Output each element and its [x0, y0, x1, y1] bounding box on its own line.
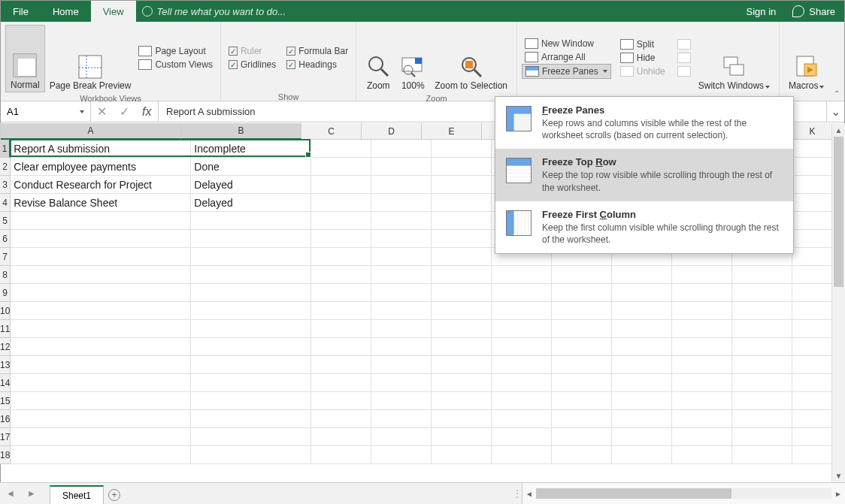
cell-H8[interactable] [612, 266, 672, 284]
arrange-all-button[interactable]: Arrange All [522, 50, 611, 64]
cell-J17[interactable] [732, 428, 792, 446]
page-break-preview-button[interactable]: Page Break Preview [45, 25, 136, 92]
row-header-13[interactable]: 13 [0, 356, 11, 374]
cell-B2[interactable]: Done [191, 158, 311, 176]
page-layout-button[interactable]: Page Layout [135, 44, 215, 58]
cell-E8[interactable] [432, 266, 492, 284]
cell-E12[interactable] [432, 338, 492, 356]
cell-D17[interactable] [371, 428, 432, 446]
cell-H17[interactable] [612, 428, 672, 446]
cell-B17[interactable] [191, 428, 311, 446]
cell-A15[interactable] [11, 392, 191, 410]
cell-H15[interactable] [612, 392, 672, 410]
cell-J16[interactable] [732, 410, 792, 428]
zoom-button[interactable]: Zoom [361, 25, 395, 92]
column-header-C[interactable]: C [301, 123, 362, 140]
new-window-button[interactable]: New Window [522, 37, 611, 50]
cell-B10[interactable] [191, 302, 311, 320]
formula-bar-checkbox[interactable]: ✓Formula Bar [283, 44, 351, 58]
column-header-E[interactable]: E [422, 123, 482, 140]
cell-J10[interactable] [732, 302, 792, 320]
cell-D9[interactable] [371, 284, 432, 302]
cell-B8[interactable] [191, 266, 311, 284]
cell-K9[interactable] [792, 284, 831, 302]
cell-C18[interactable] [311, 446, 371, 464]
cell-J13[interactable] [732, 356, 792, 374]
cell-D13[interactable] [371, 356, 432, 374]
freeze-option-1[interactable]: Freeze Top RowKeep the top row visible w… [495, 149, 793, 201]
freeze-panes-button[interactable]: Freeze Panes [522, 64, 611, 79]
freeze-option-0[interactable]: Freeze PanesKeep rows and columns visibl… [495, 97, 793, 149]
row-header-12[interactable]: 12 [0, 338, 11, 356]
cell-B13[interactable] [191, 356, 311, 374]
scroll-left-button[interactable]: ◄ [522, 490, 536, 498]
cell-I12[interactable] [672, 338, 732, 356]
cell-I13[interactable] [672, 356, 732, 374]
row-header-3[interactable]: 3 [0, 176, 11, 194]
cell-F16[interactable] [492, 410, 552, 428]
cell-I11[interactable] [672, 320, 732, 338]
cell-D14[interactable] [371, 374, 432, 392]
horizontal-scrollbar[interactable]: ◄ ► [522, 483, 845, 504]
row-header-6[interactable]: 6 [0, 230, 11, 248]
cell-D2[interactable] [371, 158, 432, 176]
cell-G16[interactable] [552, 410, 612, 428]
tab-home[interactable]: Home [41, 1, 91, 22]
cell-J8[interactable] [732, 266, 792, 284]
cell-H16[interactable] [612, 410, 672, 428]
cell-C3[interactable] [311, 176, 371, 194]
cell-J14[interactable] [732, 374, 792, 392]
row-header-18[interactable]: 18 [0, 446, 11, 464]
scroll-thumb[interactable] [834, 137, 843, 287]
cell-E18[interactable] [432, 446, 492, 464]
cell-A2[interactable]: Clear employee payments [11, 158, 191, 176]
cell-F10[interactable] [492, 302, 552, 320]
cell-G8[interactable] [552, 266, 612, 284]
cell-C6[interactable] [311, 230, 371, 248]
cell-A4[interactable]: Revise Balance Sheet [11, 194, 191, 212]
headings-checkbox[interactable]: ✓Headings [283, 58, 351, 71]
cell-D4[interactable] [371, 194, 432, 212]
cell-J18[interactable] [732, 446, 792, 464]
zoom-100-button[interactable]: 100% [395, 25, 430, 92]
cell-K10[interactable] [792, 302, 831, 320]
cell-A6[interactable] [11, 230, 191, 248]
collapse-ribbon-button[interactable]: ⌃ [834, 89, 840, 98]
custom-views-button[interactable]: Custom Views [135, 58, 215, 71]
cell-F8[interactable] [492, 266, 552, 284]
cell-H9[interactable] [612, 284, 672, 302]
cell-F14[interactable] [492, 374, 552, 392]
new-sheet-button[interactable]: + [104, 485, 125, 504]
cell-F9[interactable] [492, 284, 552, 302]
cell-E6[interactable] [432, 230, 492, 248]
tab-scroll-handle[interactable]: ⋮ [513, 483, 522, 504]
row-header-15[interactable]: 15 [0, 392, 11, 410]
cell-E10[interactable] [432, 302, 492, 320]
cell-A13[interactable] [11, 356, 191, 374]
cell-A9[interactable] [11, 284, 191, 302]
cell-C11[interactable] [311, 320, 371, 338]
cell-A16[interactable] [11, 410, 191, 428]
cell-D8[interactable] [371, 266, 432, 284]
cell-B9[interactable] [191, 284, 311, 302]
cell-F17[interactable] [492, 428, 552, 446]
cell-K15[interactable] [792, 392, 831, 410]
cell-D10[interactable] [371, 302, 432, 320]
cell-C13[interactable] [311, 356, 371, 374]
cell-B6[interactable] [191, 230, 311, 248]
cell-G15[interactable] [552, 392, 612, 410]
cell-J15[interactable] [732, 392, 792, 410]
cell-H14[interactable] [612, 374, 672, 392]
cell-A5[interactable] [11, 212, 191, 230]
cell-G17[interactable] [552, 428, 612, 446]
cell-G13[interactable] [552, 356, 612, 374]
cell-D5[interactable] [371, 212, 432, 230]
cell-C17[interactable] [311, 428, 371, 446]
cell-G9[interactable] [552, 284, 612, 302]
cell-K4[interactable] [792, 194, 831, 212]
cell-C8[interactable] [311, 266, 371, 284]
cell-D6[interactable] [371, 230, 432, 248]
cell-K16[interactable] [792, 410, 831, 428]
cell-K3[interactable] [792, 176, 831, 194]
cell-D12[interactable] [371, 338, 432, 356]
